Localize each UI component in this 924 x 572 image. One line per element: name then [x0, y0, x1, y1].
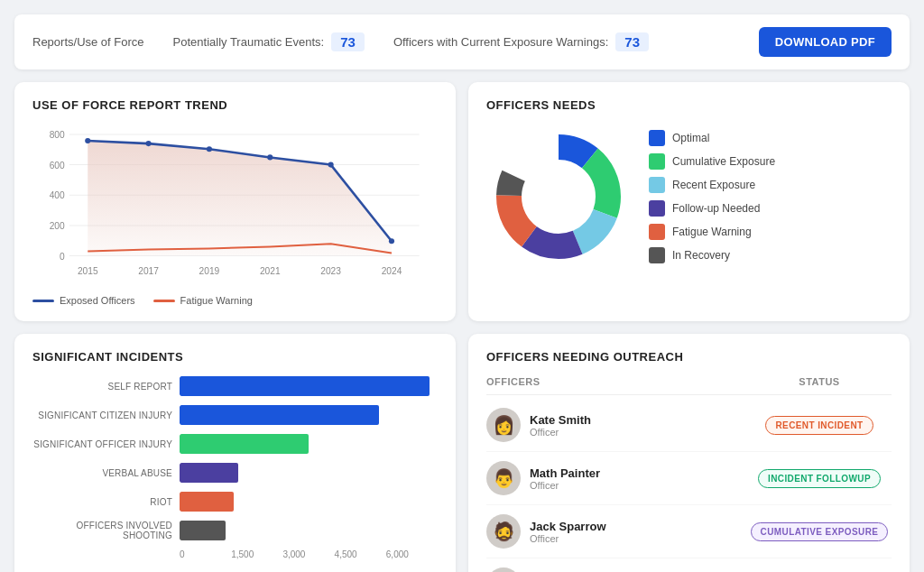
bar-label: OFFICERS INVOLVED SHOOTING	[32, 521, 172, 540]
bar-track	[180, 492, 438, 512]
traumatic-label: Potentially Traumatic Events:	[173, 35, 325, 49]
svg-point-21	[328, 162, 334, 168]
col-officers-header: OFFICERS	[486, 376, 747, 387]
svg-text:0: 0	[60, 252, 65, 262]
svg-point-18	[146, 141, 152, 146]
force-trend-title: USE OF FORCE REPORT TREND	[32, 98, 438, 112]
bar-fill	[180, 376, 430, 396]
bar-track	[180, 434, 438, 454]
fatigue-label: Fatigue Warning	[180, 295, 253, 306]
bar-track	[180, 521, 438, 540]
avatar: 👨	[486, 461, 521, 495]
bar-track	[180, 463, 438, 483]
exposure-value: 73	[615, 32, 649, 51]
avatar: 👩	[486, 567, 521, 572]
outreach-row: 👩 Mary Aoki Officer FATIGUE WARNING	[486, 558, 892, 572]
legend-item-recovery: In Recovery	[649, 247, 775, 263]
force-trend-svg: 800 600 400 200 0 2015 2017 2019 2021 20…	[32, 125, 438, 287]
exposure-section: Officers with Current Exposure Warnings:…	[393, 32, 649, 51]
outreach-title: OFFICERS NEEDING OUTREACH	[486, 350, 892, 364]
legend-exposed: Exposed Officers	[32, 295, 135, 306]
legend-fatigue: Fatigue Warning	[153, 295, 253, 306]
incidents-card: SIGNIFICANT INCIDENTS SELF REPORT SIGNIF…	[14, 334, 456, 572]
avatar: 🧔	[486, 514, 521, 549]
svg-text:2019: 2019	[199, 266, 220, 276]
status-badge-label: INCIDENT FOLLOWUP	[758, 469, 881, 488]
svg-point-19	[207, 146, 212, 152]
recent-label: Recent Exposure	[672, 179, 755, 191]
officer-info: 🧔 Jack Sparrow Officer	[486, 514, 747, 549]
download-button[interactable]: DOWNLOAD PDF	[759, 27, 892, 57]
officer-info: 👩 Mary Aoki Officer	[486, 567, 747, 572]
bar-row: VERBAL ABUSE	[32, 463, 438, 483]
optimal-label: Optimal	[672, 132, 709, 144]
incidents-chart: SELF REPORT SIGNIFICANT CITIZEN INJURY S…	[32, 376, 438, 559]
officers-needs-title: OFFICERS NEEDS	[486, 98, 892, 112]
legend-item-recent: Recent Exposure	[649, 177, 775, 193]
reports-label: Reports/Use of Force	[32, 35, 144, 49]
force-trend-card: USE OF FORCE REPORT TREND 800 600 400 20…	[14, 82, 456, 321]
status-badge: CUMULATIVE EXPOSURE	[747, 522, 892, 541]
bar-row: RIOT	[32, 492, 438, 512]
legend-item-followup: Follow-up Needed	[649, 200, 775, 217]
outreach-card: OFFICERS NEEDING OUTREACH OFFICERS STATU…	[468, 334, 910, 572]
svg-text:2021: 2021	[260, 266, 281, 276]
officer-role: Officer	[530, 480, 600, 491]
svg-text:2024: 2024	[382, 266, 402, 276]
officer-details: Jack Sparrow Officer	[530, 520, 606, 544]
legend-item-fatigue: Fatigue Warning	[649, 224, 775, 240]
status-badge: RECENT INCIDENT	[747, 416, 892, 435]
avatar: 👩	[486, 408, 521, 442]
bar-label: SIGNIFICANT OFFICER INJURY	[32, 439, 172, 449]
svg-text:400: 400	[50, 190, 65, 200]
bar-row: SELF REPORT	[32, 376, 438, 396]
exposed-label: Exposed Officers	[60, 295, 135, 306]
followup-color-icon	[649, 200, 665, 217]
officer-details: Math Painter Officer	[530, 466, 600, 491]
officer-info: 👩 Kate Smith Officer	[486, 408, 747, 442]
recovery-color-icon	[649, 247, 665, 263]
officer-name: Kate Smith	[530, 413, 591, 427]
needs-legend: Optimal Cumulative Exposure Recent Expos…	[649, 130, 775, 263]
officers-needs-card: OFFICERS NEEDS	[468, 82, 910, 321]
x-tick: 4,500	[335, 549, 386, 559]
svg-text:2023: 2023	[320, 266, 341, 276]
officer-name: Jack Sparrow	[530, 520, 606, 533]
fatigue-color-icon	[649, 224, 665, 240]
officer-name: Math Painter	[530, 466, 600, 480]
officer-details: Kate Smith Officer	[530, 413, 591, 438]
fatigue-line-icon	[153, 300, 175, 302]
exposure-label: Officers with Current Exposure Warnings:	[393, 35, 608, 49]
svg-marker-16	[88, 141, 392, 256]
officers-needs-content: Optimal Cumulative Exposure Recent Expos…	[486, 125, 892, 269]
outreach-rows: 👩 Kate Smith Officer RECENT INCIDENT 👨 M…	[486, 399, 892, 572]
svg-text:2017: 2017	[138, 266, 159, 276]
cumulative-color-icon	[649, 153, 665, 170]
outreach-table-header: OFFICERS STATUS	[486, 376, 892, 395]
bar-fill	[180, 405, 379, 425]
svg-point-22	[389, 238, 394, 244]
recovery-label: In Recovery	[672, 249, 730, 262]
recent-color-icon	[649, 177, 665, 193]
x-tick: 3,000	[282, 549, 334, 559]
exposed-line-icon	[32, 300, 54, 302]
force-trend-legend: Exposed Officers Fatigue Warning	[32, 295, 438, 306]
officer-role: Officer	[530, 533, 606, 544]
status-badge-label: RECENT INCIDENT	[765, 416, 873, 435]
traumatic-value: 73	[331, 32, 365, 51]
outreach-row: 👩 Kate Smith Officer RECENT INCIDENT	[486, 399, 892, 452]
traumatic-section: Potentially Traumatic Events: 73	[173, 32, 365, 51]
bar-row: SIGNIFICANT CITIZEN INJURY	[32, 405, 438, 425]
donut-svg	[486, 125, 631, 269]
bar-label: SIGNIFICANT CITIZEN INJURY	[32, 411, 172, 420]
force-trend-chart: 800 600 400 200 0 2015 2017 2019 2021 20…	[32, 125, 438, 305]
top-bar: Reports/Use of Force Potentially Traumat…	[14, 14, 910, 69]
cumulative-label: Cumulative Exposure	[672, 155, 775, 168]
bar-label: RIOT	[32, 497, 172, 507]
officer-info: 👨 Math Painter Officer	[486, 461, 747, 495]
svg-point-20	[267, 154, 273, 160]
optimal-color-icon	[649, 130, 665, 146]
bar-row: OFFICERS INVOLVED SHOOTING	[32, 521, 438, 540]
col-status-header: STATUS	[747, 376, 892, 387]
bar-fill	[180, 463, 238, 483]
